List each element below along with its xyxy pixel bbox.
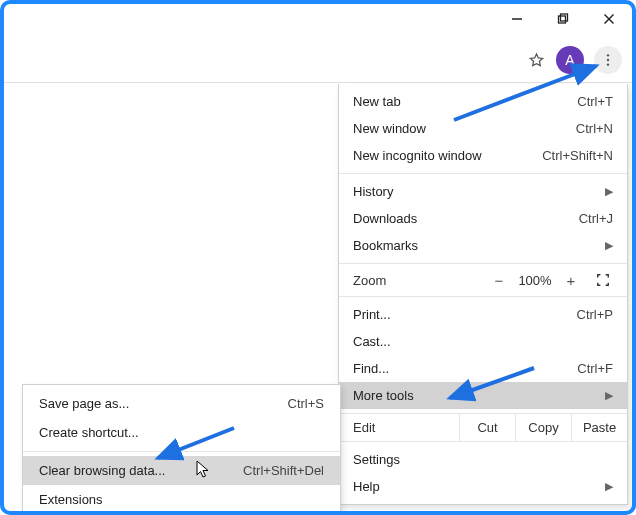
svg-rect-2	[561, 14, 568, 21]
edit-paste-button[interactable]: Paste	[571, 414, 627, 441]
chrome-window: A New tab Ctrl+T New window Ctrl+N New i…	[0, 0, 636, 515]
svg-point-6	[607, 59, 609, 61]
menu-shortcut: Ctrl+Shift+N	[542, 148, 613, 163]
svg-point-5	[607, 54, 609, 56]
menu-label: New tab	[353, 94, 567, 109]
zoom-out-button[interactable]: −	[485, 272, 513, 289]
menu-find[interactable]: Find... Ctrl+F	[339, 355, 627, 382]
menu-label: History	[353, 184, 597, 199]
edit-copy-button[interactable]: Copy	[515, 414, 571, 441]
menu-label: Extensions	[39, 492, 324, 507]
svg-rect-1	[559, 16, 566, 23]
menu-edit-row: Edit Cut Copy Paste	[339, 414, 627, 441]
menu-label: New incognito window	[353, 148, 532, 163]
menu-shortcut: Ctrl+S	[288, 396, 324, 411]
menu-history[interactable]: History ▶	[339, 178, 627, 205]
submenu-create-shortcut[interactable]: Create shortcut...	[23, 418, 340, 447]
menu-label: Print...	[353, 307, 567, 322]
menu-shortcut: Ctrl+N	[576, 121, 613, 136]
menu-new-tab[interactable]: New tab Ctrl+T	[339, 88, 627, 115]
menu-shortcut: Ctrl+Shift+Del	[243, 463, 324, 478]
menu-zoom-row: Zoom − 100% +	[339, 264, 627, 296]
menu-bookmarks[interactable]: Bookmarks ▶	[339, 232, 627, 259]
menu-settings[interactable]: Settings	[339, 446, 627, 473]
menu-label: Help	[353, 479, 597, 494]
close-button[interactable]	[586, 4, 632, 34]
svg-point-7	[607, 63, 609, 65]
toolbar-separator	[4, 82, 632, 83]
submenu-arrow-icon: ▶	[605, 480, 613, 493]
menu-label: Create shortcut...	[39, 425, 324, 440]
menu-label: Clear browsing data...	[39, 463, 233, 478]
submenu-arrow-icon: ▶	[605, 389, 613, 402]
avatar-letter: A	[565, 52, 574, 68]
fullscreen-button[interactable]	[589, 270, 617, 290]
chrome-menu-button[interactable]	[594, 46, 622, 74]
zoom-label: Zoom	[353, 273, 485, 288]
bookmark-star-icon[interactable]	[526, 50, 546, 70]
menu-label: More tools	[353, 388, 597, 403]
submenu-extensions[interactable]: Extensions	[23, 485, 340, 514]
menu-print[interactable]: Print... Ctrl+P	[339, 301, 627, 328]
edit-label: Edit	[339, 414, 459, 441]
menu-label: New window	[353, 121, 566, 136]
menu-label: Save page as...	[39, 396, 278, 411]
submenu-save-page[interactable]: Save page as... Ctrl+S	[23, 389, 340, 418]
chrome-main-menu: New tab Ctrl+T New window Ctrl+N New inc…	[338, 84, 628, 505]
menu-shortcut: Ctrl+J	[579, 211, 613, 226]
menu-shortcut: Ctrl+T	[577, 94, 613, 109]
menu-shortcut: Ctrl+P	[577, 307, 613, 322]
menu-new-incognito[interactable]: New incognito window Ctrl+Shift+N	[339, 142, 627, 169]
menu-label: Settings	[353, 452, 613, 467]
menu-label: Downloads	[353, 211, 569, 226]
menu-more-tools[interactable]: More tools ▶	[339, 382, 627, 409]
menu-label: Cast...	[353, 334, 613, 349]
zoom-in-button[interactable]: +	[557, 272, 585, 289]
window-controls	[494, 4, 632, 34]
menu-label: Bookmarks	[353, 238, 597, 253]
submenu-arrow-icon: ▶	[605, 185, 613, 198]
menu-help[interactable]: Help ▶	[339, 473, 627, 500]
menu-label: Find...	[353, 361, 567, 376]
more-tools-submenu: Save page as... Ctrl+S Create shortcut..…	[22, 384, 341, 515]
menu-downloads[interactable]: Downloads Ctrl+J	[339, 205, 627, 232]
edit-cut-button[interactable]: Cut	[459, 414, 515, 441]
submenu-clear-browsing-data[interactable]: Clear browsing data... Ctrl+Shift+Del	[23, 456, 340, 485]
menu-new-window[interactable]: New window Ctrl+N	[339, 115, 627, 142]
submenu-arrow-icon: ▶	[605, 239, 613, 252]
menu-shortcut: Ctrl+F	[577, 361, 613, 376]
menu-cast[interactable]: Cast...	[339, 328, 627, 355]
zoom-value: 100%	[513, 273, 557, 288]
maximize-button[interactable]	[540, 4, 586, 34]
profile-avatar[interactable]: A	[556, 46, 584, 74]
toolbar-right: A	[526, 46, 622, 74]
minimize-button[interactable]	[494, 4, 540, 34]
